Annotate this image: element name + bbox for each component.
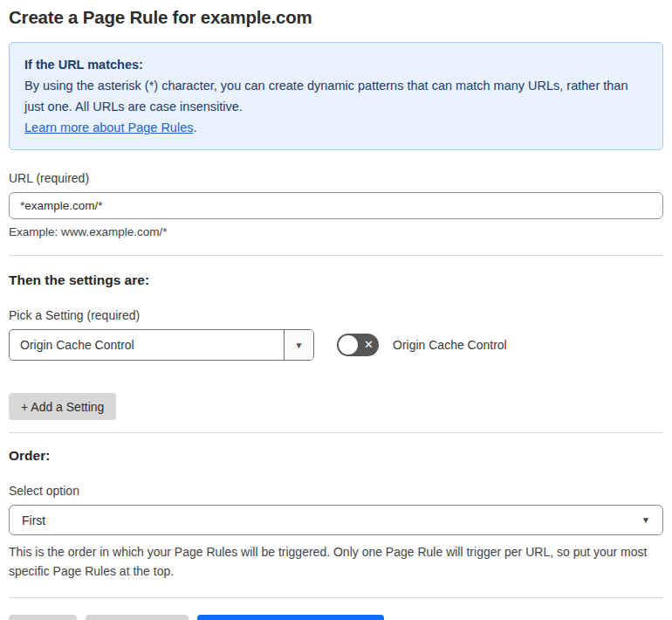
pick-setting-label: Pick a Setting (required) [9,308,663,322]
url-example-text: Example: www.example.com/* [9,225,663,238]
info-box-body: By using the asterisk (*) character, you… [24,75,635,117]
save-and-deploy-button[interactable]: Save and Deploy Page Rule [197,615,384,620]
setting-select-value: Origin Cache Control [10,330,284,360]
footer-actions: Cancel Save as Draft Save and Deploy Pag… [9,615,663,620]
order-select-value: First [22,513,45,527]
divider [9,597,663,598]
save-as-draft-button[interactable]: Save as Draft [86,615,189,620]
setting-row: Origin Cache Control ▼ ✕ Origin Cache Co… [9,329,663,361]
info-box-link-line: Learn more about Page Rules. [24,117,648,138]
settings-section-heading: Then the settings are: [9,272,663,288]
url-match-info-box: If the URL matches: By using the asteris… [9,42,663,150]
link-suffix: . [193,121,196,134]
order-section-heading: Order: [9,448,663,464]
caret-down-icon: ▼ [641,515,650,525]
setting-select[interactable]: Origin Cache Control ▼ [9,329,314,361]
toggle-off-x-icon: ✕ [364,339,374,350]
learn-more-link[interactable]: Learn more about Page Rules [24,121,193,134]
setting-select-caret-button[interactable]: ▼ [284,330,313,360]
origin-cache-control-toggle[interactable]: ✕ [337,334,379,356]
order-select[interactable]: First ▼ [9,505,663,535]
url-field-group: URL (required) Example: www.example.com/… [9,171,663,238]
cancel-button[interactable]: Cancel [9,615,77,620]
order-help-text: This is the order in which your Page Rul… [9,542,659,581]
divider [9,432,663,433]
url-field-label: URL (required) [9,171,663,185]
toggle-label: Origin Cache Control [393,338,507,352]
caret-down-icon: ▼ [295,341,304,350]
url-input[interactable] [9,192,663,219]
page-title: Create a Page Rule for example.com [9,7,663,28]
page-rule-form: Create a Page Rule for example.com If th… [0,0,672,620]
add-setting-button[interactable]: + Add a Setting [9,393,116,420]
toggle-knob [339,335,358,355]
divider [9,255,663,256]
order-select-label: Select option [9,484,663,498]
info-box-heading: If the URL matches: [24,54,648,75]
